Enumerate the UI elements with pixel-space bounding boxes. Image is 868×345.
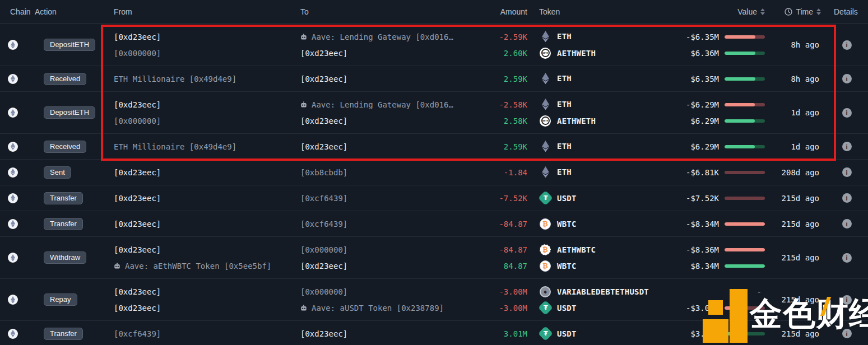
from-address[interactable]: Aave: aEthWBTC Token [0x5ee5bf] (106, 262, 293, 271)
token-cell[interactable]: ETH (527, 99, 634, 110)
sort-icon[interactable] (760, 8, 765, 15)
details-info-icon[interactable]: i (842, 108, 852, 118)
to-address[interactable]: [0xd23eec] (293, 49, 472, 58)
to-address[interactable]: [0xcf6439] (293, 194, 472, 203)
details-cell: i (821, 142, 868, 151)
eth-token-icon (539, 73, 551, 84)
action-badge: Received (44, 141, 86, 153)
value-text: -$6.81K (634, 168, 719, 177)
details-info-icon[interactable]: i (842, 167, 852, 177)
column-header-value[interactable]: Value (634, 7, 765, 16)
amount-value: 84.87 (472, 262, 527, 271)
details-cell: i (821, 253, 868, 263)
transfer-line: [0xd23eec]Aave: Lending Gateway [0xd016…… (106, 29, 765, 45)
time-cell: 215d ago (765, 329, 821, 338)
details-info-icon[interactable]: i (842, 253, 852, 263)
details-info-icon[interactable]: i (842, 193, 852, 203)
value-cell: $6.29M (634, 116, 765, 125)
token-cell[interactable]: ◆VARIABLEDEBTETHUSDT (527, 286, 634, 297)
token-cell[interactable]: ₿WBTC (527, 260, 634, 272)
transfer-lines: ETH Millionaire [0x49d4e9][0xd23eec]2.59… (106, 71, 765, 87)
from-address[interactable]: [0xd23eec] (106, 168, 293, 177)
value-cell: -$3.01M (634, 304, 765, 313)
column-header-time[interactable]: Time (765, 7, 821, 16)
amount-value: 3.01M (472, 329, 527, 338)
action-cell: Repay (35, 293, 106, 306)
from-address[interactable]: [0xcf6439] (106, 329, 293, 338)
details-info-icon[interactable]: i (842, 329, 852, 338)
from-address[interactable]: [0xd23eec] (106, 220, 293, 229)
sort-icon[interactable] (816, 8, 821, 15)
details-cell: i (821, 193, 868, 203)
transfer-lines: ETH Millionaire [0x49d4e9][0xd23eec]2.59… (106, 138, 765, 155)
token-cell[interactable]: ₮USDT (527, 193, 634, 203)
to-address[interactable]: [0xd23eec] (293, 116, 472, 125)
transfer-line: Aave: aEthWBTC Token [0x5ee5bf][0xd23eec… (106, 258, 765, 274)
from-address-label: Aave: aEthWBTC Token [0x5ee5bf] (125, 262, 271, 271)
details-info-icon[interactable]: i (842, 142, 852, 151)
table-body: DepositETH[0xd23eec]Aave: Lending Gatewa… (0, 24, 868, 345)
transfer-line: ETH Millionaire [0x49d4e9][0xd23eec]2.59… (106, 138, 765, 155)
to-address[interactable]: [0xb8cbdb] (293, 168, 472, 177)
to-address-label: Aave: Lending Gateway [0xd016… (312, 32, 453, 41)
aethwbtc-token-icon: ₿ (539, 244, 551, 255)
from-address[interactable]: [0x000000] (106, 116, 293, 125)
amount-value: -3.00M (472, 304, 527, 313)
action-cell: DepositETH (35, 39, 106, 51)
action-badge: Transfer (44, 328, 83, 340)
usdt-token-icon: ₮ (539, 193, 551, 203)
from-address[interactable]: [0xd23eec] (106, 32, 293, 41)
to-address[interactable]: [0x000000] (293, 287, 472, 296)
to-address[interactable]: Aave: Lending Gateway [0xd016… (293, 32, 472, 41)
token-cell[interactable]: WETHAETHWETH (527, 48, 634, 59)
to-address[interactable]: Aave: aUSDT Token [0x238789] (293, 304, 472, 313)
token-cell[interactable]: ₿AETHWBTC (527, 244, 634, 255)
token-name: USDT (557, 194, 577, 203)
transfer-line: [0xd23eec][0x000000]-84.87₿AETHWBTC-$8.3… (106, 241, 765, 258)
to-address[interactable]: [0xd23eec] (293, 74, 472, 83)
details-info-icon[interactable]: i (842, 74, 852, 83)
token-cell[interactable]: ETH (527, 73, 634, 84)
from-address[interactable]: [0xd23eec] (106, 304, 293, 313)
to-address[interactable]: Aave: Lending Gateway [0xd016… (293, 100, 472, 109)
from-address[interactable]: [0xd23eec] (106, 245, 293, 254)
details-info-icon[interactable]: i (842, 219, 852, 229)
time-cell: 1d ago (765, 108, 821, 117)
from-address[interactable]: ETH Millionaire [0x49d4e9] (106, 142, 293, 151)
to-address-label: [0xd23eec] (300, 74, 347, 83)
wbtc-token-icon: ₿ (539, 218, 551, 230)
transfer-lines: [0xd23eec][0xb8cbdb]-1.84ETH-$6.81K (106, 164, 765, 180)
chain-cell (0, 253, 35, 263)
token-cell[interactable]: ₮USDT (527, 302, 634, 313)
value-text: $6.36M (634, 49, 719, 58)
to-address[interactable]: [0xcf6439] (293, 220, 472, 229)
token-cell[interactable]: ₮USDT (527, 328, 634, 339)
from-address[interactable]: ETH Millionaire [0x49d4e9] (106, 74, 293, 83)
to-address-label: [0xcf6439] (300, 194, 347, 203)
from-address[interactable]: [0xd23eec] (106, 100, 293, 109)
token-cell[interactable]: ETH (527, 31, 634, 42)
to-address[interactable]: [0xd23eec] (293, 262, 472, 271)
usdt-token-icon: ₮ (539, 302, 551, 313)
details-info-icon[interactable]: i (842, 40, 852, 50)
to-address[interactable]: [0xd23eec] (293, 329, 472, 338)
transfer-line: [0xd23eec][0x000000]-3.00M◆VARIABLEDEBTE… (106, 283, 765, 300)
from-address[interactable]: [0xd23eec] (106, 287, 293, 296)
value-cell: $8.34M (634, 262, 765, 271)
token-cell[interactable]: ETH (527, 166, 634, 178)
details-info-icon[interactable]: i (842, 295, 852, 305)
aethweth-token-icon: WETH (539, 48, 551, 59)
table-row: DepositETH[0xd23eec]Aave: Lending Gatewa… (0, 91, 868, 133)
to-address[interactable]: [0xd23eec] (293, 142, 472, 151)
column-header-details: Details (821, 7, 868, 16)
token-cell[interactable]: WETHAETHWETH (527, 115, 634, 127)
from-address-label: [0xd23eec] (114, 304, 161, 313)
from-address[interactable]: [0xd23eec] (106, 194, 293, 203)
token-cell[interactable]: ₿WBTC (527, 218, 634, 230)
transfer-lines: [0xd23eec]Aave: Lending Gateway [0xd016…… (106, 96, 765, 129)
to-address[interactable]: [0x000000] (293, 245, 472, 254)
token-cell[interactable]: ETH (527, 141, 634, 152)
from-address[interactable]: [0x000000] (106, 49, 293, 58)
amount-value: -84.87 (472, 220, 527, 229)
value-cell: -$6.81K (634, 168, 765, 177)
